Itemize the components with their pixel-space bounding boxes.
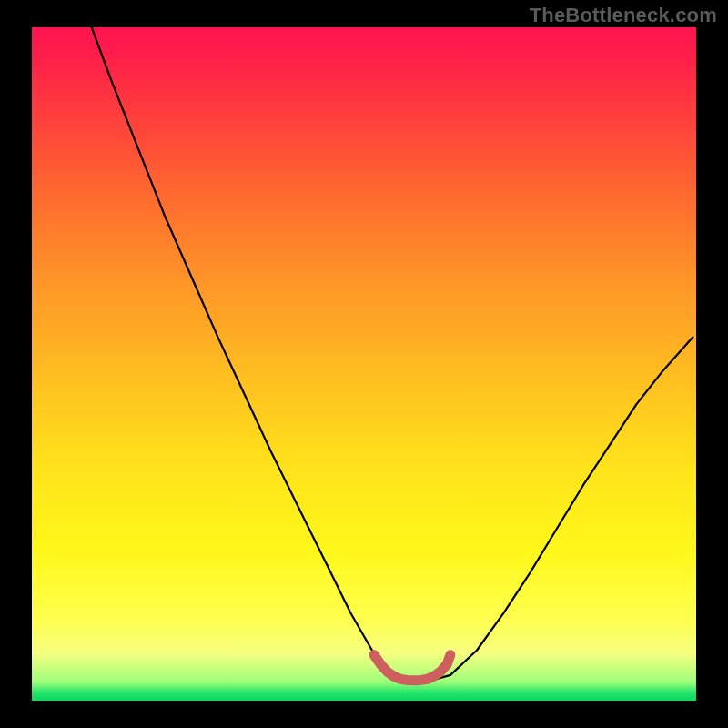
watermark-text: TheBottleneck.com [530,4,717,27]
chart-frame: TheBottleneck.com [0,0,728,728]
chart-svg [32,27,696,701]
plot-area [32,27,696,701]
highlight-curve [374,655,450,681]
main-curve [92,27,693,681]
